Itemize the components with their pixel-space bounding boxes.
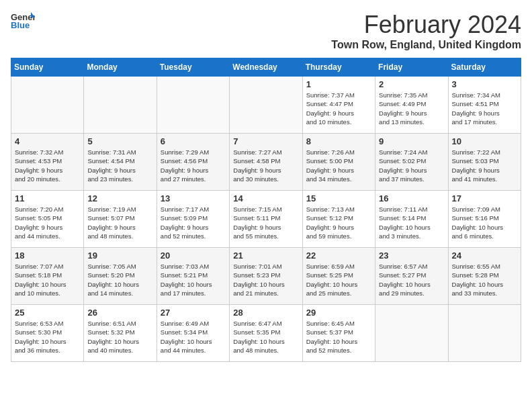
day-number: 3 — [452, 79, 517, 89]
day-info: Sunrise: 7:32 AMSunset: 4:53 PMDaylight:… — [15, 148, 80, 183]
calendar-cell — [448, 305, 521, 362]
svg-text:Blue: Blue — [11, 20, 30, 30]
day-info: Sunrise: 6:53 AMSunset: 5:30 PMDaylight:… — [15, 319, 80, 355]
day-info: Sunrise: 7:37 AMSunset: 4:47 PMDaylight:… — [306, 91, 371, 126]
day-info: Sunrise: 7:09 AMSunset: 5:16 PMDaylight:… — [452, 205, 517, 240]
day-number: 13 — [161, 193, 226, 203]
day-info: Sunrise: 6:51 AMSunset: 5:32 PMDaylight:… — [87, 319, 152, 355]
day-info: Sunrise: 7:29 AMSunset: 4:56 PMDaylight:… — [161, 148, 226, 183]
weekday-header-friday: Friday — [375, 58, 448, 77]
calendar-cell: 2Sunrise: 7:35 AMSunset: 4:49 PMDaylight… — [375, 77, 448, 134]
day-info: Sunrise: 7:01 AMSunset: 5:23 PMDaylight:… — [233, 262, 298, 298]
day-number: 9 — [379, 136, 444, 146]
day-info: Sunrise: 6:55 AMSunset: 5:28 PMDaylight:… — [452, 262, 517, 298]
day-number: 17 — [452, 193, 517, 203]
month-title: February 2024 — [331, 11, 521, 39]
logo-icon: General Blue — [11, 11, 35, 30]
day-number: 12 — [87, 193, 152, 203]
day-number: 10 — [452, 136, 517, 146]
weekday-header-wednesday: Wednesday — [230, 58, 302, 77]
day-number: 11 — [15, 193, 80, 203]
calendar-cell: 18Sunrise: 7:07 AMSunset: 5:18 PMDayligh… — [11, 248, 84, 305]
weekday-header-tuesday: Tuesday — [157, 58, 229, 77]
calendar-cell: 13Sunrise: 7:17 AMSunset: 5:09 PMDayligh… — [157, 191, 229, 248]
calendar-cell: 17Sunrise: 7:09 AMSunset: 5:16 PMDayligh… — [448, 191, 521, 248]
day-info: Sunrise: 7:34 AMSunset: 4:51 PMDaylight:… — [452, 91, 517, 126]
day-number: 29 — [306, 308, 371, 318]
calendar-cell: 7Sunrise: 7:27 AMSunset: 4:58 PMDaylight… — [230, 134, 302, 191]
location-title: Town Row, England, United Kingdom — [331, 39, 521, 51]
day-number: 26 — [87, 308, 152, 318]
calendar-cell: 20Sunrise: 7:03 AMSunset: 5:21 PMDayligh… — [157, 248, 229, 305]
calendar-body: 1Sunrise: 7:37 AMSunset: 4:47 PMDaylight… — [11, 77, 521, 362]
day-number: 15 — [306, 193, 371, 203]
day-number: 1 — [306, 79, 371, 89]
day-number: 28 — [233, 308, 298, 318]
day-number: 20 — [161, 250, 226, 261]
header: General Blue February 2024 Town Row, Eng… — [11, 11, 521, 51]
calendar-week-row: 11Sunrise: 7:20 AMSunset: 5:05 PMDayligh… — [11, 191, 521, 248]
calendar-cell — [230, 77, 302, 134]
calendar-cell: 27Sunrise: 6:49 AMSunset: 5:34 PMDayligh… — [157, 305, 229, 362]
calendar-cell — [157, 77, 229, 134]
day-info: Sunrise: 7:26 AMSunset: 5:00 PMDaylight:… — [306, 148, 371, 183]
calendar-cell: 1Sunrise: 7:37 AMSunset: 4:47 PMDaylight… — [302, 77, 375, 134]
day-number: 2 — [379, 79, 444, 89]
day-info: Sunrise: 7:13 AMSunset: 5:12 PMDaylight:… — [306, 205, 371, 240]
day-info: Sunrise: 6:59 AMSunset: 5:25 PMDaylight:… — [306, 262, 371, 298]
calendar-cell: 9Sunrise: 7:24 AMSunset: 5:02 PMDaylight… — [375, 134, 448, 191]
calendar-cell: 6Sunrise: 7:29 AMSunset: 4:56 PMDaylight… — [157, 134, 229, 191]
day-info: Sunrise: 6:45 AMSunset: 5:37 PMDaylight:… — [306, 319, 371, 355]
day-number: 7 — [233, 136, 298, 146]
calendar-cell: 26Sunrise: 6:51 AMSunset: 5:32 PMDayligh… — [84, 305, 157, 362]
calendar-cell: 28Sunrise: 6:47 AMSunset: 5:35 PMDayligh… — [230, 305, 302, 362]
day-number: 22 — [306, 250, 371, 261]
day-info: Sunrise: 7:17 AMSunset: 5:09 PMDaylight:… — [161, 205, 226, 240]
calendar-cell: 12Sunrise: 7:19 AMSunset: 5:07 PMDayligh… — [84, 191, 157, 248]
day-number: 6 — [161, 136, 226, 146]
day-info: Sunrise: 7:03 AMSunset: 5:21 PMDaylight:… — [161, 262, 226, 298]
day-info: Sunrise: 7:35 AMSunset: 4:49 PMDaylight:… — [379, 91, 444, 126]
day-info: Sunrise: 6:47 AMSunset: 5:35 PMDaylight:… — [233, 319, 298, 355]
day-info: Sunrise: 7:11 AMSunset: 5:14 PMDaylight:… — [379, 205, 444, 240]
day-number: 21 — [233, 250, 298, 261]
weekday-header-sunday: Sunday — [11, 58, 84, 77]
calendar-cell: 4Sunrise: 7:32 AMSunset: 4:53 PMDaylight… — [11, 134, 84, 191]
calendar-week-row: 18Sunrise: 7:07 AMSunset: 5:18 PMDayligh… — [11, 248, 521, 305]
calendar-cell: 10Sunrise: 7:22 AMSunset: 5:03 PMDayligh… — [448, 134, 521, 191]
calendar-cell — [375, 305, 448, 362]
weekday-header-row: SundayMondayTuesdayWednesdayThursdayFrid… — [11, 58, 521, 77]
calendar-cell: 25Sunrise: 6:53 AMSunset: 5:30 PMDayligh… — [11, 305, 84, 362]
day-info: Sunrise: 7:27 AMSunset: 4:58 PMDaylight:… — [233, 148, 298, 183]
day-number: 5 — [87, 136, 152, 146]
day-info: Sunrise: 6:49 AMSunset: 5:34 PMDaylight:… — [161, 319, 226, 355]
calendar-cell — [11, 77, 84, 134]
weekday-header-monday: Monday — [84, 58, 157, 77]
day-number: 4 — [15, 136, 80, 146]
day-info: Sunrise: 7:31 AMSunset: 4:54 PMDaylight:… — [87, 148, 152, 183]
day-info: Sunrise: 7:19 AMSunset: 5:07 PMDaylight:… — [87, 205, 152, 240]
day-number: 18 — [15, 250, 80, 261]
calendar-cell — [84, 77, 157, 134]
calendar-cell: 11Sunrise: 7:20 AMSunset: 5:05 PMDayligh… — [11, 191, 84, 248]
calendar-cell: 15Sunrise: 7:13 AMSunset: 5:12 PMDayligh… — [302, 191, 375, 248]
day-number: 24 — [452, 250, 517, 261]
calendar-week-row: 25Sunrise: 6:53 AMSunset: 5:30 PMDayligh… — [11, 305, 521, 362]
calendar-cell: 8Sunrise: 7:26 AMSunset: 5:00 PMDaylight… — [302, 134, 375, 191]
day-number: 16 — [379, 193, 444, 203]
calendar-week-row: 1Sunrise: 7:37 AMSunset: 4:47 PMDaylight… — [11, 77, 521, 134]
calendar-cell: 5Sunrise: 7:31 AMSunset: 4:54 PMDaylight… — [84, 134, 157, 191]
day-number: 23 — [379, 250, 444, 261]
day-info: Sunrise: 7:20 AMSunset: 5:05 PMDaylight:… — [15, 205, 80, 240]
logo: General Blue — [11, 11, 35, 30]
day-number: 27 — [161, 308, 226, 318]
day-number: 25 — [15, 308, 80, 318]
day-info: Sunrise: 7:15 AMSunset: 5:11 PMDaylight:… — [233, 205, 298, 240]
calendar-table: SundayMondayTuesdayWednesdayThursdayFrid… — [11, 58, 521, 362]
calendar-cell: 3Sunrise: 7:34 AMSunset: 4:51 PMDaylight… — [448, 77, 521, 134]
weekday-header-saturday: Saturday — [448, 58, 521, 77]
calendar-week-row: 4Sunrise: 7:32 AMSunset: 4:53 PMDaylight… — [11, 134, 521, 191]
calendar-header: SundayMondayTuesdayWednesdayThursdayFrid… — [11, 58, 521, 77]
day-info: Sunrise: 7:05 AMSunset: 5:20 PMDaylight:… — [87, 262, 152, 298]
calendar-cell: 19Sunrise: 7:05 AMSunset: 5:20 PMDayligh… — [84, 248, 157, 305]
